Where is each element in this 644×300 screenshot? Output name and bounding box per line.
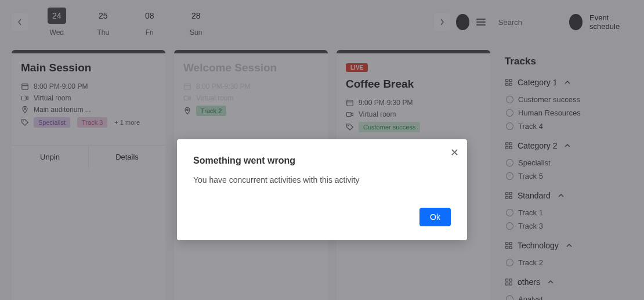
modal-title: Something went wrong xyxy=(193,156,451,166)
modal-text: You have concurrent activities with this… xyxy=(193,175,451,185)
ok-button[interactable]: Ok xyxy=(419,208,451,226)
modal-close-button[interactable]: ✕ xyxy=(450,147,459,158)
error-modal: ✕ Something went wrong You have concurre… xyxy=(177,139,467,240)
close-icon: ✕ xyxy=(450,147,459,158)
